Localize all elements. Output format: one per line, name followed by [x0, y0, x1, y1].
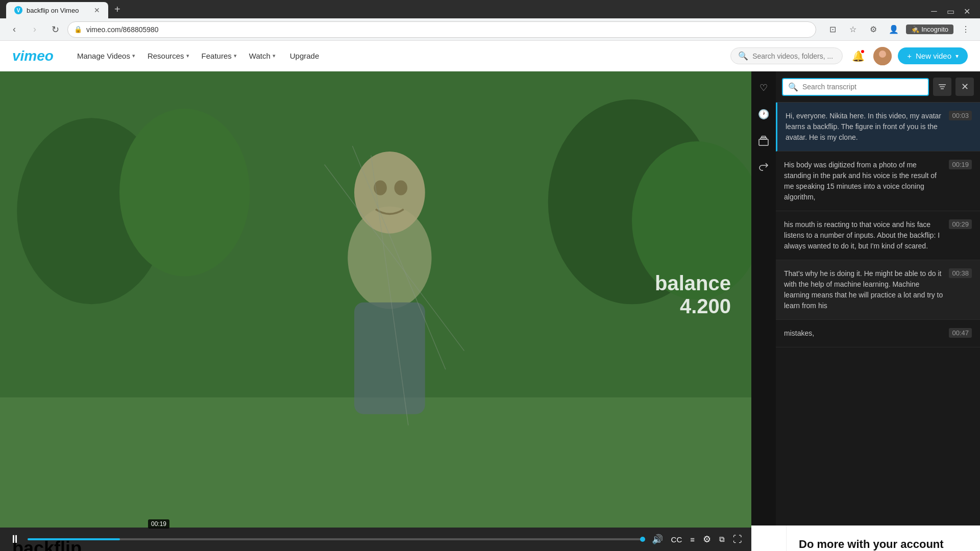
progress-bar[interactable] — [28, 538, 645, 540]
transcript-search-icon: 🔍 — [788, 82, 798, 92]
like-button[interactable]: ♡ — [755, 80, 772, 96]
nav-manage-videos-label: Manage Videos — [77, 52, 130, 60]
transcript-text-1: His body was digitized from a photo of m… — [784, 160, 943, 203]
nav-resources[interactable]: Resources ▾ — [142, 48, 194, 63]
transcript-time-4: 00:47 — [949, 328, 972, 338]
vimeo-logo[interactable]: vimeo — [12, 48, 54, 64]
close-window-button[interactable]: ✕ — [960, 4, 974, 18]
progress-dot — [640, 537, 645, 542]
video-overlay-text: balance 4.200 — [655, 272, 731, 318]
url-text: vimeo.com/868805980 — [86, 26, 159, 34]
svg-point-12 — [395, 181, 408, 195]
overlay-line2: 4.200 — [655, 295, 731, 318]
extensions-icon[interactable]: ⚙ — [865, 21, 881, 38]
nav-resources-chevron: ▾ — [186, 53, 189, 59]
svg-point-1 — [879, 51, 886, 58]
nav-menu: Manage Videos ▾ Resources ▾ Features ▾ W… — [72, 48, 326, 63]
transcript-search: 🔍 ✕ — [776, 71, 980, 103]
transcript-search-input[interactable] — [802, 83, 923, 91]
back-button[interactable]: ‹ — [6, 21, 22, 38]
pause-button[interactable]: ⏸ — [8, 532, 21, 547]
transcript-close-button[interactable]: ✕ — [955, 78, 974, 96]
video-background — [0, 71, 751, 528]
progress-fill — [28, 538, 120, 540]
transcript-entry-1[interactable]: His body was digitized from a photo of m… — [776, 152, 980, 211]
settings-button[interactable]: ⚙ — [702, 533, 712, 546]
profile-icon[interactable]: 👤 — [886, 21, 902, 38]
promo-title: Do more with your account — [799, 538, 968, 551]
nav-features[interactable]: Features ▾ — [197, 48, 242, 63]
captions-button[interactable]: CC — [670, 534, 683, 545]
minimize-button[interactable]: ─ — [927, 4, 941, 18]
tab-title: backflip on Vimeo — [27, 7, 79, 14]
chapters-button[interactable]: ≡ — [689, 534, 696, 545]
new-video-chevron: ▾ — [955, 53, 959, 60]
search-input[interactable] — [752, 52, 834, 60]
transcript-search-box[interactable]: 🔍 — [782, 78, 929, 96]
search-box[interactable]: 🔍 — [730, 47, 843, 64]
tab-bar: V backflip on Vimeo ✕ + ─ ▭ ✕ — [0, 0, 980, 18]
transcript-text-3: That's why he is doing it. He might be a… — [784, 268, 943, 311]
active-tab[interactable]: V backflip on Vimeo ✕ — [6, 2, 108, 18]
menu-button[interactable]: ⋮ — [958, 21, 974, 38]
address-bar[interactable]: 🔒 vimeo.com/868805980 — [67, 21, 816, 38]
transcript-time-3: 00:38 — [949, 268, 972, 278]
transcript-filter-button[interactable] — [933, 78, 951, 96]
share-button[interactable] — [755, 159, 772, 176]
incognito-label: Incognito — [921, 26, 948, 33]
svg-point-5 — [119, 109, 250, 277]
picture-in-picture-button[interactable]: ⧉ — [718, 534, 726, 545]
maximize-button[interactable]: ▭ — [943, 4, 958, 18]
nav-manage-videos-chevron: ▾ — [132, 53, 135, 59]
transcript-text-4: mistakes, — [784, 328, 943, 339]
new-video-button[interactable]: + New video ▾ — [898, 47, 968, 64]
transcript-time-2: 00:29 — [949, 219, 972, 229]
video-section: balance 4.200 00:19 ⏸ 🔊 CC ≡ ⚙ ⧉ ⛶ — [0, 71, 751, 525]
reload-button[interactable]: ↻ — [47, 21, 63, 38]
incognito-badge: 🕵 Incognito — [906, 24, 953, 34]
forward-button[interactable]: › — [27, 21, 43, 38]
tab-favicon: V — [14, 6, 22, 14]
sidebar-icons: ♡ 🕐 — [751, 71, 776, 525]
svg-rect-8 — [0, 397, 751, 528]
svg-point-10 — [354, 152, 425, 234]
overlay-line1: balance — [655, 272, 731, 295]
incognito-icon: 🕵 — [911, 26, 919, 33]
notification-dot — [860, 49, 865, 54]
transcript-entry-0[interactable]: Hi, everyone. Nikita here. In this video… — [776, 103, 980, 152]
transcript-entry-4[interactable]: mistakes, 00:47 — [776, 320, 980, 347]
transcript-text-0: Hi, everyone. Nikita here. In this video… — [786, 111, 943, 143]
lock-icon: 🔒 — [74, 26, 82, 33]
bookmark-icon[interactable]: ☆ — [845, 21, 861, 38]
avatar[interactable] — [873, 47, 892, 65]
nav-features-label: Features — [202, 52, 232, 60]
nav-resources-label: Resources — [148, 52, 184, 60]
transcript-entry-2[interactable]: his mouth is reacting to that voice and … — [776, 211, 980, 260]
transcript-time-1: 00:19 — [949, 160, 972, 169]
svg-rect-17 — [759, 139, 768, 145]
tab-close-button[interactable]: ✕ — [94, 6, 100, 14]
notifications-button[interactable]: 🔔 — [849, 47, 867, 65]
fullscreen-button[interactable]: ⛶ — [732, 533, 743, 546]
collections-button[interactable] — [755, 133, 772, 149]
cast-icon[interactable]: ⊡ — [824, 21, 841, 38]
transcript-panel: 🔍 ✕ Hi, everyone. Nikita here. In this v… — [776, 71, 980, 525]
nav-upgrade[interactable]: Upgrade — [283, 48, 327, 63]
new-tab-button[interactable]: + — [110, 4, 125, 15]
time-tooltip: 00:19 — [148, 519, 169, 529]
volume-button[interactable]: 🔊 — [651, 533, 664, 546]
transcript-content: Hi, everyone. Nikita here. In this video… — [776, 103, 980, 525]
svg-rect-19 — [762, 136, 766, 138]
transcript-time-0: 00:03 — [949, 111, 972, 120]
nav-manage-videos[interactable]: Manage Videos ▾ — [72, 48, 140, 63]
transcript-entry-3[interactable]: That's why he is doing it. He might be a… — [776, 260, 980, 320]
nav-watch[interactable]: Watch ▾ — [244, 48, 281, 63]
watch-later-button[interactable]: 🕐 — [755, 106, 772, 122]
address-bar-icons: ⊡ ☆ ⚙ 👤 🕵 Incognito ⋮ — [824, 21, 974, 38]
search-icon: 🔍 — [738, 51, 748, 61]
video-frame: balance 4.200 — [0, 71, 751, 528]
header-right: 🔍 🔔 + New video ▾ — [730, 47, 968, 65]
svg-rect-13 — [354, 303, 425, 414]
video-player[interactable]: balance 4.200 — [0, 71, 751, 528]
nav-watch-label: Watch — [249, 52, 271, 60]
